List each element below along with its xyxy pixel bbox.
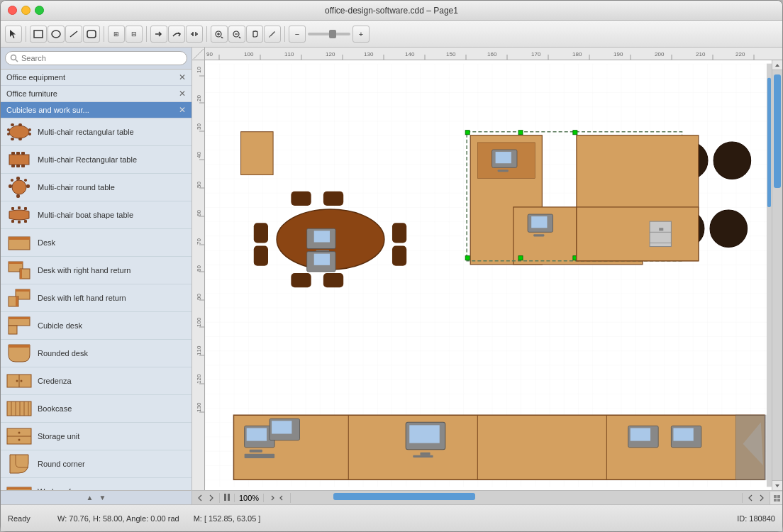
svg-text:110: 110 [284,51,294,57]
minimize-button[interactable] [21,6,30,15]
zoom-dec-btn[interactable] [267,493,277,503]
svg-rect-29 [16,194,20,198]
svg-rect-49 [16,297,18,306]
svg-rect-44 [9,262,23,264]
list-item[interactable]: Multi-chair boat shape table [1,201,191,229]
nav-right-btn[interactable] [757,493,767,503]
pointer-tool[interactable] [5,26,22,43]
svg-rect-22 [16,152,20,155]
maximize-button[interactable] [35,6,44,15]
list-item[interactable]: Credenza [1,367,191,395]
status-dimensions: W: 70.76, H: 58.00, Angle: 0.00 rad [57,514,179,523]
ruler-h-svg: 90 100 110 120 130 140 150 [205,48,772,60]
canvas-inner: 90 100 110 120 130 140 150 [192,48,782,504]
category-cubicles[interactable]: Cubicles and work sur... ✕ [1,102,191,118]
close-button[interactable] [8,6,17,15]
vertical-scrollbar[interactable] [772,60,782,490]
svg-text:220: 220 [735,51,745,57]
svg-rect-192 [774,495,777,498]
ellipse-tool[interactable] [48,26,65,43]
list-item[interactable]: Round corner [1,450,191,478]
connect-tool[interactable] [186,26,203,43]
list-item[interactable]: Bookcase [1,395,191,423]
zoom-in-tool[interactable] [211,26,228,43]
svg-line-9 [239,37,241,38]
group-tools: ⊞ ⊟ [108,26,143,43]
shape-label: Rounded desk [38,349,88,358]
scrollbar-down-btn[interactable] [772,480,782,490]
svg-rect-45 [20,269,22,279]
list-item[interactable]: Multi-chair rectangular table [1,118,191,146]
svg-point-57 [21,380,23,382]
list-item[interactable]: Desk [1,229,191,257]
panel-bottom: ▲ ▼ [1,490,191,504]
scrollbar-thumb-v[interactable] [774,74,781,188]
list-item[interactable]: Storage unit [1,423,191,450]
panel-scroll-up[interactable]: ▲ [84,494,96,501]
zoom-inc-btn[interactable] [277,493,287,503]
curved-arrow-tool[interactable] [168,26,185,43]
svg-rect-180 [409,425,439,443]
zoom-plus-btn[interactable]: + [352,26,370,43]
shape-label: Round corner [38,460,85,468]
panel-scroll-down[interactable]: ▼ [96,494,109,501]
zoom-slider-thumb[interactable] [329,30,336,38]
page-next-btn[interactable] [206,493,216,503]
svg-rect-150 [465,131,470,135]
list-item[interactable]: Multi-chair round table [1,174,191,201]
search-input[interactable] [5,51,187,65]
list-item[interactable]: Multi-chair Rectangular table [1,146,191,174]
drawing-canvas[interactable] [205,60,772,490]
svg-point-11 [9,126,29,138]
svg-rect-178 [272,421,291,433]
list-item[interactable]: Desk with left hand return [1,284,191,312]
svg-rect-35 [18,206,21,209]
svg-rect-184 [631,428,650,440]
shape-label: Multi-chair rectangular table [38,128,134,136]
scrollbar-thumb-h[interactable] [333,493,475,500]
zoom-out-tool[interactable] [228,26,245,43]
horizontal-scrollbar[interactable] [291,491,742,504]
category-office-furniture[interactable]: Office furniture ✕ [1,86,191,102]
svg-point-27 [12,180,26,194]
pen-tool[interactable] [264,26,281,43]
svg-text:110: 110 [196,345,202,355]
shape-icon-desk-left [6,288,32,308]
svg-rect-175 [250,450,262,453]
list-item[interactable]: Rounded desk [1,340,191,367]
corner-btn[interactable] [770,492,782,504]
rect-tool[interactable] [30,26,47,43]
svg-rect-38 [18,221,21,223]
svg-point-56 [16,380,18,382]
svg-point-158 [713,142,751,179]
search-bar [1,48,191,70]
category-list: Office equipment ✕ Office furniture ✕ Cu… [1,70,191,118]
zoom-slider[interactable] [308,33,350,35]
pause-btn[interactable] [220,494,235,502]
ungroup-tool[interactable]: ⊟ [126,26,143,43]
nav-left-btn[interactable] [745,493,755,503]
page-prev-btn[interactable] [195,493,205,503]
arrow-tool[interactable] [150,26,167,43]
svg-rect-148 [533,234,544,236]
svg-rect-128 [291,273,311,287]
scrollbar-up-btn[interactable] [772,60,782,70]
svg-rect-126 [291,192,311,206]
ruler-corner [192,48,205,60]
hand-tool[interactable] [246,26,263,43]
shape-icon-storage [6,426,32,446]
zoom-buttons [264,493,291,503]
svg-text:90: 90 [206,51,213,57]
list-item[interactable]: Cubicle desk [1,312,191,340]
svg-rect-16 [7,128,10,131]
list-item[interactable]: Desk with right hand return [1,257,191,284]
svg-rect-34 [11,207,14,210]
svg-rect-25 [16,165,20,167]
svg-text:210: 210 [696,51,706,57]
rounded-rect-tool[interactable] [83,26,100,43]
category-office-equipment[interactable]: Office equipment ✕ [1,70,191,86]
list-item[interactable]: Work surface [1,478,191,490]
group-tool[interactable]: ⊞ [108,26,125,43]
zoom-minus-btn[interactable]: − [289,26,306,43]
line-tool[interactable] [65,26,82,43]
